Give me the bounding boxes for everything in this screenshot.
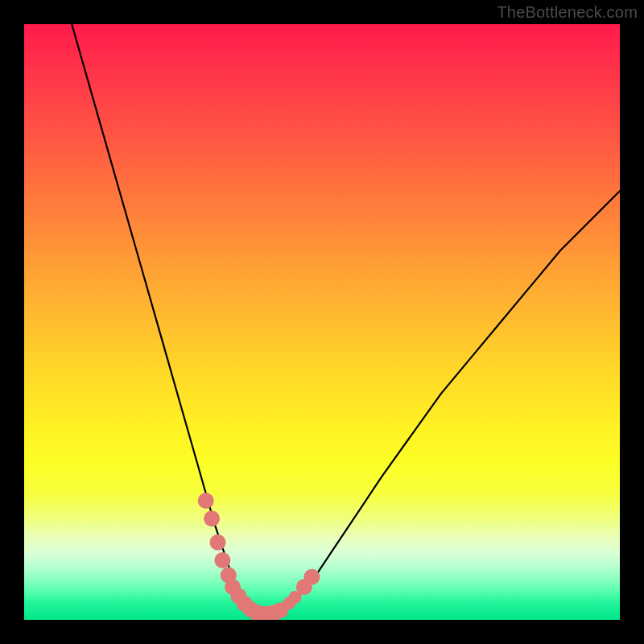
bottleneck-curve — [72, 24, 620, 614]
watermark-text: TheBottleneck.com — [497, 3, 638, 22]
curve-layer — [24, 24, 620, 620]
chart-frame: TheBottleneck.com — [0, 0, 644, 644]
highlight-markers — [198, 493, 320, 620]
marker-point — [204, 510, 220, 526]
marker-point — [198, 493, 214, 509]
marker-point — [210, 535, 226, 551]
marker-point — [303, 569, 320, 585]
plot-area — [24, 24, 620, 620]
marker-point — [214, 552, 230, 568]
